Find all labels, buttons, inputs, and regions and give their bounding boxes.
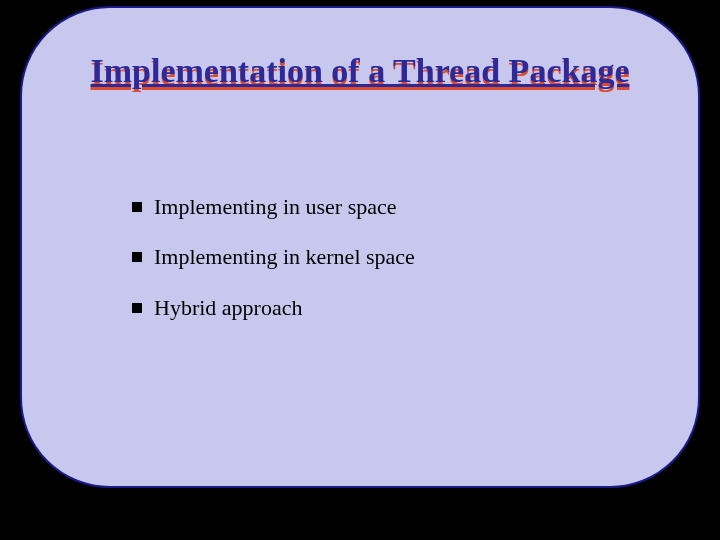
bullet-list: Implementing in user space Implementing … <box>132 194 638 345</box>
list-item: Implementing in user space <box>132 194 638 220</box>
list-item: Implementing in kernel space <box>132 244 638 270</box>
square-bullet-icon <box>132 303 142 313</box>
list-item: Hybrid approach <box>132 295 638 321</box>
slide-footer: CSC 8420 Advanced Operating Systems Geor… <box>0 502 720 530</box>
bullet-text: Implementing in user space <box>154 194 397 220</box>
slide-title: Implementation of a Thread Package <box>22 52 698 90</box>
footer-author: Yi Pan <box>657 512 700 530</box>
slide-card: Implementation of a Thread Package Imple… <box>20 6 700 488</box>
square-bullet-icon <box>132 202 142 212</box>
square-bullet-icon <box>132 252 142 262</box>
slide-title-wrap: Implementation of a Thread Package Imple… <box>22 52 698 90</box>
bullet-text: Implementing in kernel space <box>154 244 415 270</box>
footer-university: Georgia State University <box>0 512 720 530</box>
bullet-text: Hybrid approach <box>154 295 302 321</box>
